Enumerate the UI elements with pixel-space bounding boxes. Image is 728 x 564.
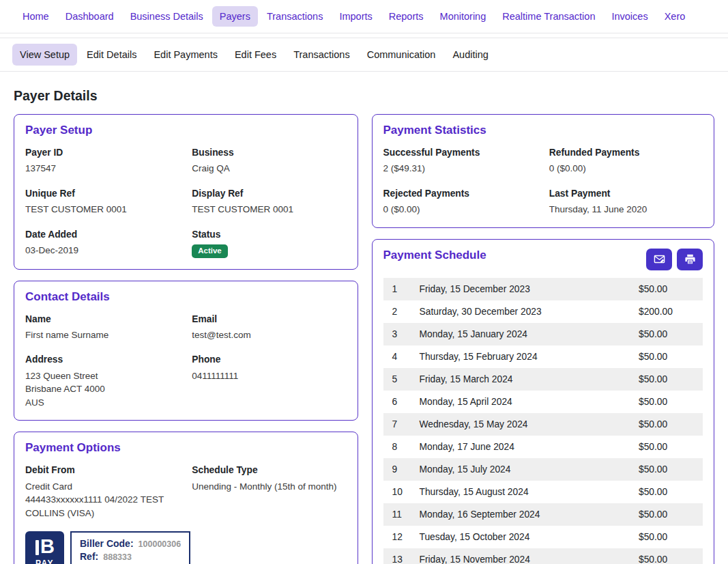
field-value: Craig QA: [192, 162, 346, 175]
contact-details-card: Contact Details Name First name Surname …: [14, 281, 358, 421]
primary-nav-item[interactable]: Business Details: [123, 6, 211, 27]
schedule-row-number: 11: [383, 509, 420, 520]
payer-tabs-navbar: View Setup Edit Details Edit Payments Ed…: [0, 38, 728, 72]
schedule-row-date: Friday, 15 March 2024: [420, 374, 639, 384]
primary-nav-item[interactable]: Dashboard: [58, 6, 121, 27]
print-schedule-button[interactable]: [677, 249, 703, 270]
primary-nav-item[interactable]: Transactions: [259, 6, 330, 27]
schedule-row-date: Thursday, 15 February 2024: [420, 352, 639, 362]
payer-tab[interactable]: Edit Details: [79, 44, 144, 66]
primary-nav-item[interactable]: Imports: [332, 6, 379, 27]
field-business: Business Craig QA: [192, 146, 346, 175]
schedule-row-amount: $50.00: [639, 352, 703, 362]
schedule-row: 5 Friday, 15 March 2024 $50.00: [383, 368, 703, 391]
field-value: 137547: [25, 162, 179, 175]
field-rejected-payments: Rejected Payments 0 ($0.00): [383, 187, 537, 216]
bpay-reference-box: Biller Code: 100000306 Ref: 888333: [70, 531, 190, 564]
email-schedule-button[interactable]: [646, 249, 672, 270]
field-label: Last Payment: [549, 187, 703, 200]
primary-nav-item[interactable]: Payers: [212, 6, 258, 27]
schedule-row-number: 1: [383, 284, 420, 294]
schedule-row-date: Thursday, 15 August 2024: [420, 487, 639, 497]
field-value: 0411111111: [192, 369, 346, 383]
field-display-ref: Display Ref TEST CUSTOMER 0001: [192, 187, 346, 216]
field-label: Date Added: [25, 228, 179, 241]
schedule-row-number: 13: [383, 554, 420, 564]
primary-nav-item[interactable]: Monitoring: [433, 6, 494, 27]
status-badge: Active: [192, 244, 228, 258]
field-unique-ref: Unique Ref TEST CUSTOMER 0001: [25, 187, 179, 216]
field-label: Business: [192, 146, 346, 159]
field-value: TEST CUSTOMER 0001: [25, 203, 179, 216]
schedule-row-amount: $50.00: [639, 329, 703, 339]
payer-tab[interactable]: Communication: [360, 44, 443, 66]
schedule-row-number: 2: [383, 307, 420, 317]
field-label: Debit From: [25, 464, 179, 477]
payer-tab[interactable]: Transactions: [286, 44, 357, 66]
schedule-row: 3 Monday, 15 January 2024 $50.00: [383, 323, 703, 346]
schedule-row-amount: $50.00: [639, 509, 703, 520]
printer-icon: [684, 253, 696, 265]
payer-tab[interactable]: View Setup: [12, 44, 77, 66]
bpay-bar-glyph: [35, 540, 39, 555]
schedule-row: 1 Friday, 15 December 2023 $50.00: [383, 278, 703, 300]
payer-tab[interactable]: Auditing: [445, 44, 495, 66]
schedule-row-amount: $50.00: [639, 374, 703, 384]
bpay-logo-icon: B PAY: [25, 531, 64, 564]
schedule-row-date: Monday, 16 September 2024: [420, 509, 639, 520]
schedule-row-amount: $50.00: [639, 284, 703, 294]
schedule-row: 10 Thursday, 15 August 2024 $50.00: [383, 481, 703, 503]
schedule-row: 6 Monday, 15 April 2024 $50.00: [383, 391, 703, 413]
schedule-row-number: 5: [383, 374, 420, 384]
field-value: Thursday, 11 June 2020: [549, 203, 703, 216]
page-title: Payer Details: [14, 88, 714, 104]
bpay-ref-label: Ref:: [80, 551, 98, 562]
field-label: Unique Ref: [25, 187, 179, 200]
schedule-row-date: Monday, 15 July 2024: [420, 464, 639, 475]
payer-tab[interactable]: Edit Payments: [146, 44, 225, 66]
primary-nav-item[interactable]: Home: [15, 6, 57, 27]
schedule-row: 8 Monday, 17 June 2024 $50.00: [383, 436, 703, 458]
field-value: 0 ($0.00): [549, 162, 703, 175]
primary-navbar: Home Dashboard Business Details Payers T…: [0, 0, 728, 33]
payment-schedule-table: 1 Friday, 15 December 2023 $50.00 2 Satu…: [383, 278, 703, 564]
schedule-row-date: Monday, 15 April 2024: [420, 397, 639, 407]
schedule-row-number: 4: [383, 352, 420, 362]
primary-nav-item[interactable]: Xero: [657, 6, 693, 27]
field-value: TEST CUSTOMER 0001: [192, 203, 346, 216]
schedule-row-number: 3: [383, 329, 420, 339]
schedule-row-amount: $50.00: [639, 464, 703, 475]
biller-code-value: 100000306: [139, 539, 181, 549]
field-label: Successful Payments: [383, 146, 537, 159]
primary-nav-item[interactable]: Invoices: [604, 6, 655, 27]
payment-schedule-title: Payment Schedule: [383, 249, 486, 262]
field-label: Name: [25, 313, 179, 326]
field-label: Payer ID: [25, 146, 179, 159]
schedule-row-date: Saturday, 30 December 2023: [420, 307, 639, 317]
schedule-row: 11 Monday, 16 September 2024 $50.00: [383, 503, 703, 526]
biller-code-label: Biller Code:: [80, 538, 134, 549]
schedule-row-number: 8: [383, 442, 420, 452]
primary-nav-item[interactable]: Reports: [381, 6, 431, 27]
primary-nav-item[interactable]: Realtime Transaction: [495, 6, 602, 27]
field-label: Address: [25, 353, 179, 366]
schedule-row-number: 9: [383, 464, 420, 475]
schedule-row-amount: $50.00: [639, 487, 703, 497]
schedule-row-date: Friday, 15 December 2023: [420, 284, 639, 294]
schedule-row-date: Friday, 15 November 2024: [420, 554, 639, 564]
schedule-row-number: 12: [383, 532, 420, 542]
field-payer-id: Payer ID 137547: [25, 146, 179, 175]
schedule-row-date: Monday, 15 January 2024: [420, 329, 639, 339]
field-label: Rejected Payments: [383, 187, 537, 200]
field-label: Email: [192, 313, 346, 326]
schedule-row: 12 Tuesday, 15 October 2024 $50.00: [383, 526, 703, 548]
payer-tab[interactable]: Edit Fees: [227, 44, 284, 66]
schedule-row: 9 Monday, 15 July 2024 $50.00: [383, 458, 703, 481]
main-content: Payer Setup Payer ID 137547 Business Cra…: [0, 114, 728, 564]
bpay-b-glyph: B: [40, 537, 54, 556]
right-column: Payment Statistics Successful Payments 2…: [372, 114, 715, 564]
field-address: Address 123 Queen Street Brisbane ACT 40…: [25, 353, 179, 409]
bpay-pay-text: PAY: [35, 559, 54, 564]
field-value: 2 ($49.31): [383, 162, 537, 175]
field-last-payment: Last Payment Thursday, 11 June 2020: [549, 187, 703, 216]
